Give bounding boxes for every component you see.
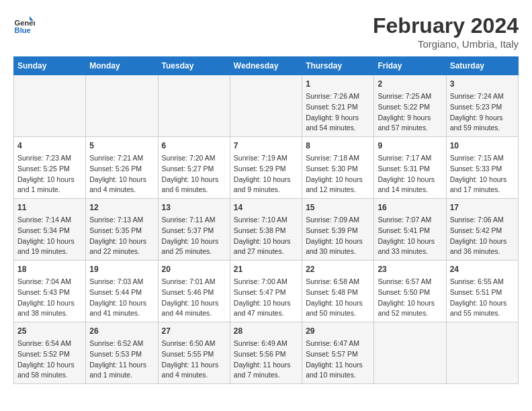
day-info: Daylight: 10 hours bbox=[450, 298, 515, 309]
day-number: 24 bbox=[450, 263, 515, 275]
day-cell: 8Sunrise: 7:18 AMSunset: 5:30 PMDaylight… bbox=[302, 137, 374, 199]
day-info: Daylight: 11 hours bbox=[89, 360, 154, 371]
day-number: 8 bbox=[306, 140, 370, 152]
day-cell bbox=[86, 75, 158, 137]
column-header-saturday: Saturday bbox=[446, 57, 518, 75]
month-title: February 2024 bbox=[373, 13, 519, 38]
week-row-5: 25Sunrise: 6:54 AMSunset: 5:52 PMDayligh… bbox=[14, 322, 519, 384]
day-info: Daylight: 9 hours bbox=[306, 113, 370, 124]
day-info: Sunrise: 6:54 AM bbox=[17, 338, 82, 349]
day-info: Sunset: 5:33 PM bbox=[450, 164, 515, 175]
day-info: Daylight: 11 hours bbox=[306, 360, 370, 371]
day-cell: 29Sunrise: 6:47 AMSunset: 5:57 PMDayligh… bbox=[302, 322, 374, 384]
day-number: 19 bbox=[89, 263, 154, 275]
day-cell bbox=[14, 75, 86, 137]
day-info: Daylight: 10 hours bbox=[306, 175, 370, 185]
day-number: 12 bbox=[89, 201, 154, 214]
day-cell: 28Sunrise: 6:49 AMSunset: 5:56 PMDayligh… bbox=[230, 322, 302, 384]
day-info: Sunrise: 7:06 AM bbox=[450, 215, 515, 226]
svg-text:Blue: Blue bbox=[15, 26, 31, 34]
day-info: Sunset: 5:44 PM bbox=[89, 287, 154, 298]
day-cell: 13Sunrise: 7:11 AMSunset: 5:37 PMDayligh… bbox=[158, 199, 230, 261]
logo-icon: General Blue bbox=[13, 13, 35, 35]
day-info: Sunset: 5:38 PM bbox=[234, 226, 298, 236]
day-info: Sunset: 5:46 PM bbox=[162, 287, 226, 298]
day-number: 13 bbox=[162, 201, 226, 214]
day-info: and 57 minutes. bbox=[378, 123, 442, 134]
day-info: Daylight: 10 hours bbox=[234, 175, 298, 185]
logo: General Blue bbox=[13, 13, 36, 35]
day-info: and 44 minutes. bbox=[162, 308, 226, 319]
day-info: and 22 minutes. bbox=[89, 246, 154, 257]
day-info: Sunrise: 6:49 AM bbox=[234, 338, 298, 349]
day-info: Daylight: 11 hours bbox=[162, 360, 226, 371]
day-info: and 9 minutes. bbox=[234, 185, 298, 195]
day-info: Sunset: 5:35 PM bbox=[89, 226, 154, 236]
day-info: and 36 minutes. bbox=[450, 246, 515, 257]
day-info: Sunrise: 6:57 AM bbox=[378, 277, 442, 287]
day-cell: 6Sunrise: 7:20 AMSunset: 5:27 PMDaylight… bbox=[158, 137, 230, 199]
day-number: 23 bbox=[378, 263, 442, 275]
day-cell: 12Sunrise: 7:13 AMSunset: 5:35 PMDayligh… bbox=[86, 199, 158, 261]
day-number: 6 bbox=[162, 140, 226, 152]
day-number: 22 bbox=[306, 263, 370, 275]
calendar-table: SundayMondayTuesdayWednesdayThursdayFrid… bbox=[13, 56, 519, 384]
day-number: 3 bbox=[450, 78, 515, 90]
page-header: General Blue February 2024 Torgiano, Umb… bbox=[13, 13, 519, 50]
day-number: 25 bbox=[17, 325, 82, 337]
day-number: 4 bbox=[17, 140, 82, 152]
day-info: Daylight: 10 hours bbox=[378, 175, 442, 185]
day-info: Daylight: 10 hours bbox=[17, 298, 82, 309]
day-cell: 10Sunrise: 7:15 AMSunset: 5:33 PMDayligh… bbox=[446, 137, 518, 199]
day-info: Daylight: 10 hours bbox=[17, 360, 82, 371]
day-info: Sunrise: 7:19 AM bbox=[234, 153, 298, 164]
week-row-1: 1Sunrise: 7:26 AMSunset: 5:21 PMDaylight… bbox=[14, 75, 519, 137]
day-cell bbox=[230, 75, 302, 137]
column-header-tuesday: Tuesday bbox=[158, 57, 230, 75]
day-info: Sunrise: 7:17 AM bbox=[378, 153, 442, 164]
day-cell: 2Sunrise: 7:25 AMSunset: 5:22 PMDaylight… bbox=[374, 75, 446, 137]
day-info: Sunset: 5:34 PM bbox=[17, 226, 82, 236]
day-info: Sunrise: 7:18 AM bbox=[306, 153, 370, 164]
day-number: 21 bbox=[234, 263, 298, 275]
day-number: 17 bbox=[450, 201, 515, 214]
day-number: 20 bbox=[162, 263, 226, 275]
day-number: 1 bbox=[306, 78, 370, 90]
day-info: and 10 minutes. bbox=[306, 370, 370, 381]
day-info: Sunset: 5:52 PM bbox=[17, 349, 82, 360]
day-info: and 1 minute. bbox=[17, 185, 82, 195]
day-info: Daylight: 10 hours bbox=[450, 236, 515, 247]
day-info: Sunrise: 7:03 AM bbox=[89, 277, 154, 287]
day-info: and 14 minutes. bbox=[378, 185, 442, 195]
day-info: Daylight: 10 hours bbox=[234, 236, 298, 247]
day-number: 15 bbox=[306, 201, 370, 214]
day-cell: 11Sunrise: 7:14 AMSunset: 5:34 PMDayligh… bbox=[14, 199, 86, 261]
day-info: and 58 minutes. bbox=[17, 370, 82, 381]
column-header-monday: Monday bbox=[86, 57, 158, 75]
day-info: and 54 minutes. bbox=[306, 123, 370, 134]
day-number: 16 bbox=[378, 201, 442, 214]
day-info: Daylight: 10 hours bbox=[89, 236, 154, 247]
column-header-thursday: Thursday bbox=[302, 57, 374, 75]
day-number: 5 bbox=[89, 140, 154, 152]
day-info: Sunset: 5:55 PM bbox=[162, 349, 226, 360]
day-cell: 17Sunrise: 7:06 AMSunset: 5:42 PMDayligh… bbox=[446, 199, 518, 261]
day-cell: 9Sunrise: 7:17 AMSunset: 5:31 PMDaylight… bbox=[374, 137, 446, 199]
day-info: Sunrise: 7:26 AM bbox=[306, 91, 370, 102]
day-info: and 1 minute. bbox=[89, 370, 154, 381]
day-cell: 4Sunrise: 7:23 AMSunset: 5:25 PMDaylight… bbox=[14, 137, 86, 199]
day-number: 27 bbox=[162, 325, 226, 337]
day-info: Sunrise: 7:09 AM bbox=[306, 215, 370, 226]
day-cell: 14Sunrise: 7:10 AMSunset: 5:38 PMDayligh… bbox=[230, 199, 302, 261]
day-cell: 5Sunrise: 7:21 AMSunset: 5:26 PMDaylight… bbox=[86, 137, 158, 199]
day-info: and 52 minutes. bbox=[378, 308, 442, 319]
day-number: 9 bbox=[378, 140, 442, 152]
day-info: Sunrise: 7:25 AM bbox=[378, 91, 442, 102]
day-info: and 30 minutes. bbox=[306, 246, 370, 257]
day-info: Daylight: 10 hours bbox=[162, 298, 226, 309]
day-info: Sunrise: 6:47 AM bbox=[306, 338, 370, 349]
day-info: Sunset: 5:23 PM bbox=[450, 102, 515, 113]
day-info: Sunset: 5:29 PM bbox=[234, 164, 298, 175]
day-cell bbox=[374, 322, 446, 384]
day-number: 28 bbox=[234, 325, 298, 337]
